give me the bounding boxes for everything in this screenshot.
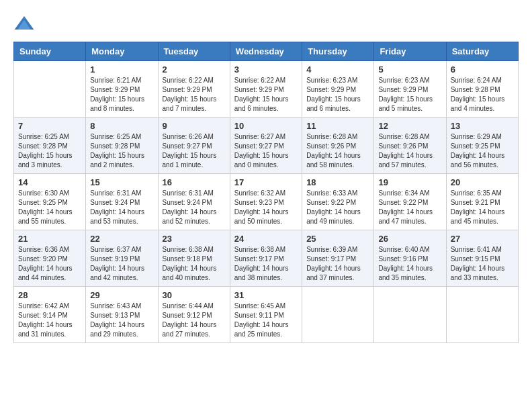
day-number: 30 [163, 290, 226, 300]
cell-info: Sunrise: 6:32 AMSunset: 9:23 PMDaylight:… [234, 189, 298, 226]
calendar-table: SundayMondayTuesdayWednesdayThursdayFrid… [13, 42, 519, 343]
calendar-week-row: 7Sunrise: 6:25 AMSunset: 9:28 PMDaylight… [14, 118, 519, 174]
calendar-week-row: 28Sunrise: 6:42 AMSunset: 9:14 PMDayligh… [14, 287, 519, 343]
day-number: 14 [18, 177, 81, 187]
calendar-cell [446, 287, 518, 343]
cell-info: Sunrise: 6:39 AMSunset: 9:17 PMDaylight:… [306, 245, 369, 283]
day-number: 29 [90, 290, 153, 300]
cell-info: Sunrise: 6:23 AMSunset: 9:29 PMDaylight:… [306, 76, 369, 113]
calendar-header-row: SundayMondayTuesdayWednesdayThursdayFrid… [14, 42, 519, 61]
cell-info: Sunrise: 6:45 AMSunset: 9:11 PMDaylight:… [234, 302, 298, 339]
cell-info: Sunrise: 6:43 AMSunset: 9:13 PMDaylight:… [90, 302, 153, 339]
calendar-cell: 7Sunrise: 6:25 AMSunset: 9:28 PMDaylight… [14, 118, 86, 174]
calendar-cell: 19Sunrise: 6:34 AMSunset: 9:22 PMDayligh… [374, 174, 446, 230]
calendar-cell [302, 287, 374, 343]
calendar-cell: 9Sunrise: 6:26 AMSunset: 9:27 PMDaylight… [158, 118, 230, 174]
cell-info: Sunrise: 6:23 AMSunset: 9:29 PMDaylight:… [378, 76, 441, 113]
day-number: 28 [18, 290, 81, 300]
calendar-cell: 12Sunrise: 6:28 AMSunset: 9:26 PMDayligh… [374, 118, 446, 174]
cell-info: Sunrise: 6:34 AMSunset: 9:22 PMDaylight:… [378, 189, 441, 226]
calendar-cell: 10Sunrise: 6:27 AMSunset: 9:27 PMDayligh… [230, 118, 302, 174]
day-number: 24 [234, 234, 298, 244]
day-number: 20 [451, 177, 514, 187]
cell-info: Sunrise: 6:28 AMSunset: 9:26 PMDaylight:… [378, 132, 441, 170]
calendar-day-header: Friday [374, 42, 446, 61]
calendar-cell: 30Sunrise: 6:44 AMSunset: 9:12 PMDayligh… [158, 287, 230, 343]
calendar-day-header: Saturday [446, 42, 518, 61]
calendar-cell [374, 287, 446, 343]
day-number: 15 [90, 177, 153, 187]
day-number: 8 [90, 121, 153, 131]
cell-info: Sunrise: 6:40 AMSunset: 9:16 PMDaylight:… [378, 245, 441, 283]
cell-info: Sunrise: 6:42 AMSunset: 9:14 PMDaylight:… [18, 302, 81, 339]
calendar-cell: 16Sunrise: 6:31 AMSunset: 9:24 PMDayligh… [158, 174, 230, 230]
cell-info: Sunrise: 6:35 AMSunset: 9:21 PMDaylight:… [451, 189, 514, 226]
cell-info: Sunrise: 6:25 AMSunset: 9:28 PMDaylight:… [90, 132, 153, 170]
cell-info: Sunrise: 6:31 AMSunset: 9:24 PMDaylight:… [163, 189, 226, 226]
calendar-cell: 17Sunrise: 6:32 AMSunset: 9:23 PMDayligh… [230, 174, 302, 230]
calendar-cell: 29Sunrise: 6:43 AMSunset: 9:13 PMDayligh… [86, 287, 158, 343]
cell-info: Sunrise: 6:26 AMSunset: 9:27 PMDaylight:… [163, 132, 226, 170]
cell-info: Sunrise: 6:30 AMSunset: 9:25 PMDaylight:… [18, 189, 81, 226]
cell-info: Sunrise: 6:36 AMSunset: 9:20 PMDaylight:… [18, 245, 81, 283]
day-number: 9 [163, 121, 226, 131]
calendar-cell: 21Sunrise: 6:36 AMSunset: 9:20 PMDayligh… [14, 230, 86, 287]
calendar-cell: 15Sunrise: 6:31 AMSunset: 9:24 PMDayligh… [86, 174, 158, 230]
day-number: 12 [378, 121, 441, 131]
cell-info: Sunrise: 6:41 AMSunset: 9:15 PMDaylight:… [451, 245, 514, 283]
day-number: 27 [451, 234, 514, 244]
calendar-day-header: Tuesday [158, 42, 230, 61]
calendar-cell: 24Sunrise: 6:38 AMSunset: 9:17 PMDayligh… [230, 230, 302, 287]
day-number: 26 [378, 234, 441, 244]
day-number: 4 [306, 64, 369, 75]
calendar-day-header: Monday [86, 42, 158, 61]
calendar-week-row: 1Sunrise: 6:21 AMSunset: 9:29 PMDaylight… [14, 61, 519, 118]
calendar-cell: 11Sunrise: 6:28 AMSunset: 9:26 PMDayligh… [302, 118, 374, 174]
calendar-cell: 23Sunrise: 6:38 AMSunset: 9:18 PMDayligh… [158, 230, 230, 287]
cell-info: Sunrise: 6:38 AMSunset: 9:18 PMDaylight:… [163, 245, 226, 283]
calendar-cell: 3Sunrise: 6:22 AMSunset: 9:29 PMDaylight… [230, 61, 302, 118]
calendar-body: 1Sunrise: 6:21 AMSunset: 9:29 PMDaylight… [14, 61, 519, 343]
calendar-cell: 2Sunrise: 6:22 AMSunset: 9:29 PMDaylight… [158, 61, 230, 118]
calendar-cell: 31Sunrise: 6:45 AMSunset: 9:11 PMDayligh… [230, 287, 302, 343]
day-number: 22 [90, 234, 153, 244]
day-number: 6 [451, 64, 514, 75]
cell-info: Sunrise: 6:21 AMSunset: 9:29 PMDaylight:… [90, 76, 153, 113]
day-number: 21 [18, 234, 81, 244]
calendar-cell: 14Sunrise: 6:30 AMSunset: 9:25 PMDayligh… [14, 174, 86, 230]
cell-info: Sunrise: 6:38 AMSunset: 9:17 PMDaylight:… [234, 245, 298, 283]
calendar-day-header: Thursday [302, 42, 374, 61]
cell-info: Sunrise: 6:24 AMSunset: 9:28 PMDaylight:… [451, 76, 514, 113]
cell-info: Sunrise: 6:28 AMSunset: 9:26 PMDaylight:… [306, 132, 369, 170]
logo [13, 13, 39, 35]
cell-info: Sunrise: 6:31 AMSunset: 9:24 PMDaylight:… [90, 189, 153, 226]
calendar-cell: 18Sunrise: 6:33 AMSunset: 9:22 PMDayligh… [302, 174, 374, 230]
cell-info: Sunrise: 6:33 AMSunset: 9:22 PMDaylight:… [306, 189, 369, 226]
calendar-day-header: Wednesday [230, 42, 302, 61]
calendar-cell: 25Sunrise: 6:39 AMSunset: 9:17 PMDayligh… [302, 230, 374, 287]
day-number: 13 [451, 121, 514, 131]
calendar-cell: 5Sunrise: 6:23 AMSunset: 9:29 PMDaylight… [374, 61, 446, 118]
cell-info: Sunrise: 6:22 AMSunset: 9:29 PMDaylight:… [234, 76, 298, 113]
calendar-cell: 27Sunrise: 6:41 AMSunset: 9:15 PMDayligh… [446, 230, 518, 287]
calendar-cell [14, 61, 86, 118]
cell-info: Sunrise: 6:37 AMSunset: 9:19 PMDaylight:… [90, 245, 153, 283]
calendar-cell: 4Sunrise: 6:23 AMSunset: 9:29 PMDaylight… [302, 61, 374, 118]
day-number: 5 [378, 64, 441, 75]
day-number: 19 [378, 177, 441, 187]
calendar-cell: 13Sunrise: 6:29 AMSunset: 9:25 PMDayligh… [446, 118, 518, 174]
cell-info: Sunrise: 6:25 AMSunset: 9:28 PMDaylight:… [18, 132, 81, 170]
calendar-week-row: 21Sunrise: 6:36 AMSunset: 9:20 PMDayligh… [14, 230, 519, 287]
cell-info: Sunrise: 6:27 AMSunset: 9:27 PMDaylight:… [234, 132, 298, 170]
day-number: 17 [234, 177, 298, 187]
cell-info: Sunrise: 6:22 AMSunset: 9:29 PMDaylight:… [163, 76, 226, 113]
day-number: 7 [18, 121, 81, 131]
calendar-cell: 8Sunrise: 6:25 AMSunset: 9:28 PMDaylight… [86, 118, 158, 174]
day-number: 10 [234, 121, 298, 131]
calendar-cell: 26Sunrise: 6:40 AMSunset: 9:16 PMDayligh… [374, 230, 446, 287]
day-number: 2 [163, 64, 226, 75]
calendar-cell: 22Sunrise: 6:37 AMSunset: 9:19 PMDayligh… [86, 230, 158, 287]
day-number: 31 [234, 290, 298, 300]
day-number: 16 [163, 177, 226, 187]
day-number: 18 [306, 177, 369, 187]
